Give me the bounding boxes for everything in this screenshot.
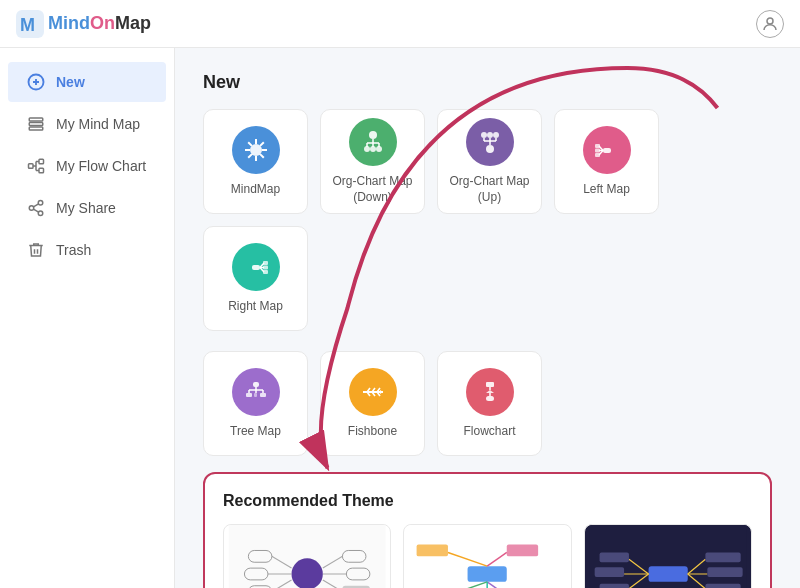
map-grid-row2: Tree Map Fishbone [203,351,772,456]
tree-map-icon [232,368,280,416]
map-type-grid: MindMap Org-C [203,109,772,331]
left-map-icon [583,126,631,174]
svg-rect-4 [29,118,43,121]
svg-rect-96 [507,545,538,557]
svg-rect-8 [39,159,44,164]
svg-point-40 [486,145,494,153]
theme-card-1[interactable] [223,524,391,588]
sidebar-item-my-share[interactable]: My Share [8,188,166,228]
map-card-flowchart[interactable]: Flowchart [437,351,542,456]
svg-line-20 [260,154,264,158]
svg-marker-74 [486,390,494,393]
svg-rect-72 [486,382,494,387]
user-icon[interactable] [756,10,784,38]
mindmap-label: MindMap [231,182,280,198]
org-down-label: Org-Chart Map (Down) [332,174,412,205]
recommended-title: Recommended Theme [223,492,752,510]
tree-map-label: Tree Map [230,424,281,440]
section-new-title: New [203,72,772,93]
sidebar: New My Mind Map My Flow C [0,48,175,588]
svg-point-10 [38,201,43,206]
fishbone-label: Fishbone [348,424,397,440]
main-layout: New My Mind Map My Flow C [0,48,800,588]
svg-rect-110 [599,584,628,588]
plus-icon [26,72,46,92]
svg-line-21 [260,142,264,146]
svg-point-11 [29,206,34,211]
svg-rect-5 [29,123,43,126]
map-card-org-up[interactable]: Org-Chart Map (Up) [437,109,542,214]
svg-rect-61 [254,393,257,397]
fishbone-icon [349,368,397,416]
svg-point-31 [376,146,382,152]
map-card-tree[interactable]: Tree Map [203,351,308,456]
svg-point-30 [370,146,376,152]
svg-rect-60 [246,393,252,397]
flowchart-icon [466,368,514,416]
content-area: New MindM [175,48,800,588]
svg-rect-48 [252,265,260,270]
sidebar-item-trash[interactable]: Trash [8,230,166,270]
map-card-right[interactable]: Right Map [203,226,308,331]
svg-point-34 [493,132,499,138]
svg-point-32 [481,132,487,138]
svg-rect-112 [705,552,740,562]
svg-marker-71 [380,390,383,394]
svg-rect-47 [595,153,600,157]
svg-rect-46 [595,148,600,152]
share-icon [26,198,46,218]
svg-rect-104 [648,566,687,582]
flow-icon [26,156,46,176]
svg-point-12 [38,211,43,216]
map-card-org-down[interactable]: Org-Chart Map (Down) [320,109,425,214]
map-card-mindmap[interactable]: MindMap [203,109,308,214]
sidebar-item-my-mind-map[interactable]: My Mind Map [8,104,166,144]
logo-text: MindOnMap [48,13,151,34]
svg-point-29 [364,146,370,152]
left-map-label: Left Map [583,182,630,198]
svg-rect-9 [39,168,44,173]
svg-rect-76 [486,396,494,401]
map-card-fishbone[interactable]: Fishbone [320,351,425,456]
right-map-icon [232,243,280,291]
svg-rect-53 [263,265,268,269]
svg-rect-52 [263,261,268,265]
theme-card-3[interactable] [584,524,752,588]
svg-rect-54 [263,270,268,274]
logo: M MindOnMap [16,10,151,38]
sidebar-item-my-share-label: My Share [56,200,116,216]
svg-point-33 [487,132,493,138]
map-card-left[interactable]: Left Map [554,109,659,214]
layers-icon [26,114,46,134]
sidebar-item-new[interactable]: New [8,62,166,102]
flowchart-label: Flowchart [463,424,515,440]
theme-card-2[interactable] [403,524,571,588]
recommended-section: Recommended Theme [203,472,772,588]
mindmap-icon [232,126,280,174]
org-down-icon [349,118,397,166]
svg-rect-45 [595,144,600,148]
svg-rect-7 [29,164,34,169]
svg-rect-106 [599,552,628,562]
svg-rect-55 [253,382,259,387]
svg-rect-114 [707,567,742,577]
svg-rect-108 [594,567,623,577]
svg-rect-94 [417,545,448,557]
app-header: M MindOnMap [0,0,800,48]
logo-icon: M [16,10,44,38]
svg-rect-92 [468,566,507,582]
org-up-label: Org-Chart Map (Up) [438,174,541,205]
theme-grid [223,524,752,588]
right-map-label: Right Map [228,299,283,315]
svg-line-19 [248,142,252,146]
sidebar-item-flow-chart-label: My Flow Chart [56,158,146,174]
svg-line-22 [248,154,252,158]
sidebar-item-my-mind-map-label: My Mind Map [56,116,140,132]
org-up-icon [466,118,514,166]
trash-icon [26,240,46,260]
svg-point-2 [767,18,773,24]
svg-rect-41 [603,148,611,153]
svg-point-23 [369,131,377,139]
sidebar-item-my-flow-chart[interactable]: My Flow Chart [8,146,166,186]
sidebar-item-new-label: New [56,74,85,90]
